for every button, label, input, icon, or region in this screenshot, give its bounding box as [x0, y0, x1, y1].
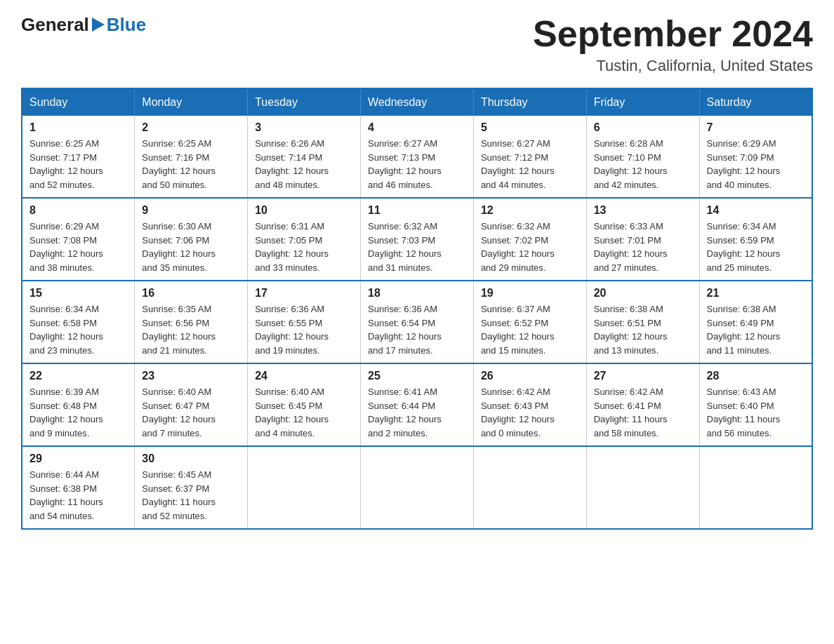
day-info: Sunrise: 6:42 AMSunset: 6:43 PMDaylight:… [481, 385, 579, 440]
day-number: 17 [255, 287, 353, 300]
day-number: 23 [142, 370, 240, 382]
day-number: 15 [29, 287, 127, 300]
day-info: Sunrise: 6:35 AMSunset: 6:56 PMDaylight:… [142, 302, 240, 357]
day-info: Sunrise: 6:27 AMSunset: 7:13 PMDaylight:… [368, 137, 466, 192]
day-number: 4 [368, 121, 466, 134]
day-info: Sunrise: 6:27 AMSunset: 7:12 PMDaylight:… [481, 137, 579, 192]
calendar-week-row: 15Sunrise: 6:34 AMSunset: 6:58 PMDayligh… [22, 281, 812, 363]
calendar-cell: 23Sunrise: 6:40 AMSunset: 6:47 PMDayligh… [135, 363, 248, 446]
logo-triangle-icon [92, 18, 105, 32]
day-info: Sunrise: 6:26 AMSunset: 7:14 PMDaylight:… [255, 137, 353, 192]
calendar-cell: 3Sunrise: 6:26 AMSunset: 7:14 PMDaylight… [248, 116, 361, 198]
day-info: Sunrise: 6:25 AMSunset: 7:16 PMDaylight:… [142, 137, 240, 192]
day-of-week-header: Sunday [22, 88, 135, 116]
calendar-week-row: 29Sunrise: 6:44 AMSunset: 6:38 PMDayligh… [22, 446, 812, 529]
calendar-cell [586, 446, 699, 529]
day-info: Sunrise: 6:29 AMSunset: 7:08 PMDaylight:… [29, 220, 127, 274]
day-info: Sunrise: 6:25 AMSunset: 7:17 PMDaylight:… [29, 137, 127, 192]
day-number: 22 [29, 370, 127, 382]
calendar-cell: 8Sunrise: 6:29 AMSunset: 7:08 PMDaylight… [22, 198, 135, 281]
day-number: 11 [368, 204, 466, 217]
day-of-week-header: Wednesday [361, 88, 474, 116]
calendar-cell: 27Sunrise: 6:42 AMSunset: 6:41 PMDayligh… [586, 363, 699, 446]
day-of-week-header: Thursday [473, 88, 586, 116]
calendar-cell: 13Sunrise: 6:33 AMSunset: 7:01 PMDayligh… [586, 198, 699, 281]
day-info: Sunrise: 6:37 AMSunset: 6:52 PMDaylight:… [481, 302, 579, 357]
day-info: Sunrise: 6:34 AMSunset: 6:59 PMDaylight:… [707, 220, 805, 274]
day-of-week-header: Friday [586, 88, 699, 116]
day-info: Sunrise: 6:44 AMSunset: 6:38 PMDaylight:… [29, 468, 127, 523]
title-block: September 2024 Tustin, California, Unite… [533, 14, 813, 75]
day-number: 27 [594, 370, 692, 382]
calendar-table: SundayMondayTuesdayWednesdayThursdayFrid… [21, 88, 813, 530]
day-number: 1 [29, 121, 127, 134]
day-info: Sunrise: 6:29 AMSunset: 7:09 PMDaylight:… [707, 137, 805, 192]
day-of-week-header: Saturday [699, 88, 812, 116]
calendar-cell: 6Sunrise: 6:28 AMSunset: 7:10 PMDaylight… [586, 116, 699, 198]
calendar-header-row: SundayMondayTuesdayWednesdayThursdayFrid… [22, 88, 812, 116]
day-number: 26 [481, 370, 579, 382]
day-number: 16 [142, 287, 240, 300]
day-number: 29 [29, 452, 127, 465]
day-number: 13 [594, 204, 692, 217]
day-number: 10 [255, 204, 353, 217]
day-number: 8 [29, 204, 127, 217]
calendar-cell: 2Sunrise: 6:25 AMSunset: 7:16 PMDaylight… [135, 116, 248, 198]
day-info: Sunrise: 6:38 AMSunset: 6:51 PMDaylight:… [594, 302, 692, 357]
calendar-subtitle: Tustin, California, United States [533, 57, 813, 75]
calendar-week-row: 1Sunrise: 6:25 AMSunset: 7:17 PMDaylight… [22, 116, 812, 198]
calendar-cell: 24Sunrise: 6:40 AMSunset: 6:45 PMDayligh… [248, 363, 361, 446]
calendar-title: September 2024 [533, 14, 813, 54]
day-number: 2 [142, 121, 240, 134]
calendar-cell: 29Sunrise: 6:44 AMSunset: 6:38 PMDayligh… [22, 446, 135, 529]
calendar-cell: 19Sunrise: 6:37 AMSunset: 6:52 PMDayligh… [473, 281, 586, 363]
calendar-cell: 14Sunrise: 6:34 AMSunset: 6:59 PMDayligh… [699, 198, 812, 281]
day-number: 9 [142, 204, 240, 217]
calendar-cell: 20Sunrise: 6:38 AMSunset: 6:51 PMDayligh… [586, 281, 699, 363]
day-info: Sunrise: 6:45 AMSunset: 6:37 PMDaylight:… [142, 468, 240, 523]
calendar-cell: 16Sunrise: 6:35 AMSunset: 6:56 PMDayligh… [135, 281, 248, 363]
calendar-week-row: 8Sunrise: 6:29 AMSunset: 7:08 PMDaylight… [22, 198, 812, 281]
day-info: Sunrise: 6:40 AMSunset: 6:45 PMDaylight:… [255, 385, 353, 440]
day-info: Sunrise: 6:34 AMSunset: 6:58 PMDaylight:… [29, 302, 127, 357]
calendar-cell: 15Sunrise: 6:34 AMSunset: 6:58 PMDayligh… [22, 281, 135, 363]
calendar-cell: 25Sunrise: 6:41 AMSunset: 6:44 PMDayligh… [361, 363, 474, 446]
day-number: 6 [594, 121, 692, 134]
calendar-cell: 18Sunrise: 6:36 AMSunset: 6:54 PMDayligh… [361, 281, 474, 363]
day-number: 14 [707, 204, 805, 217]
day-info: Sunrise: 6:40 AMSunset: 6:47 PMDaylight:… [142, 385, 240, 440]
day-info: Sunrise: 6:42 AMSunset: 6:41 PMDaylight:… [594, 385, 692, 440]
calendar-cell: 5Sunrise: 6:27 AMSunset: 7:12 PMDaylight… [473, 116, 586, 198]
day-info: Sunrise: 6:32 AMSunset: 7:02 PMDaylight:… [481, 220, 579, 274]
calendar-cell: 10Sunrise: 6:31 AMSunset: 7:05 PMDayligh… [248, 198, 361, 281]
calendar-cell: 22Sunrise: 6:39 AMSunset: 6:48 PMDayligh… [22, 363, 135, 446]
day-info: Sunrise: 6:32 AMSunset: 7:03 PMDaylight:… [368, 220, 466, 274]
day-number: 3 [255, 121, 353, 134]
calendar-cell: 4Sunrise: 6:27 AMSunset: 7:13 PMDaylight… [361, 116, 474, 198]
logo-general-text: General [21, 14, 89, 36]
day-info: Sunrise: 6:31 AMSunset: 7:05 PMDaylight:… [255, 220, 353, 274]
calendar-cell: 7Sunrise: 6:29 AMSunset: 7:09 PMDaylight… [699, 116, 812, 198]
day-info: Sunrise: 6:39 AMSunset: 6:48 PMDaylight:… [29, 385, 127, 440]
day-number: 30 [142, 452, 240, 465]
day-info: Sunrise: 6:41 AMSunset: 6:44 PMDaylight:… [368, 385, 466, 440]
calendar-cell [699, 446, 812, 529]
day-number: 12 [481, 204, 579, 217]
calendar-cell: 12Sunrise: 6:32 AMSunset: 7:02 PMDayligh… [473, 198, 586, 281]
day-number: 20 [594, 287, 692, 300]
day-info: Sunrise: 6:33 AMSunset: 7:01 PMDaylight:… [594, 220, 692, 274]
day-number: 25 [368, 370, 466, 382]
day-info: Sunrise: 6:28 AMSunset: 7:10 PMDaylight:… [594, 137, 692, 192]
calendar-cell: 9Sunrise: 6:30 AMSunset: 7:06 PMDaylight… [135, 198, 248, 281]
logo[interactable]: General Blue [21, 14, 146, 36]
calendar-cell [361, 446, 474, 529]
day-info: Sunrise: 6:43 AMSunset: 6:40 PMDaylight:… [707, 385, 805, 440]
day-info: Sunrise: 6:36 AMSunset: 6:55 PMDaylight:… [255, 302, 353, 357]
day-of-week-header: Monday [135, 88, 248, 116]
day-of-week-header: Tuesday [248, 88, 361, 116]
calendar-cell [248, 446, 361, 529]
day-info: Sunrise: 6:30 AMSunset: 7:06 PMDaylight:… [142, 220, 240, 274]
day-info: Sunrise: 6:36 AMSunset: 6:54 PMDaylight:… [368, 302, 466, 357]
calendar-cell: 1Sunrise: 6:25 AMSunset: 7:17 PMDaylight… [22, 116, 135, 198]
calendar-cell: 17Sunrise: 6:36 AMSunset: 6:55 PMDayligh… [248, 281, 361, 363]
